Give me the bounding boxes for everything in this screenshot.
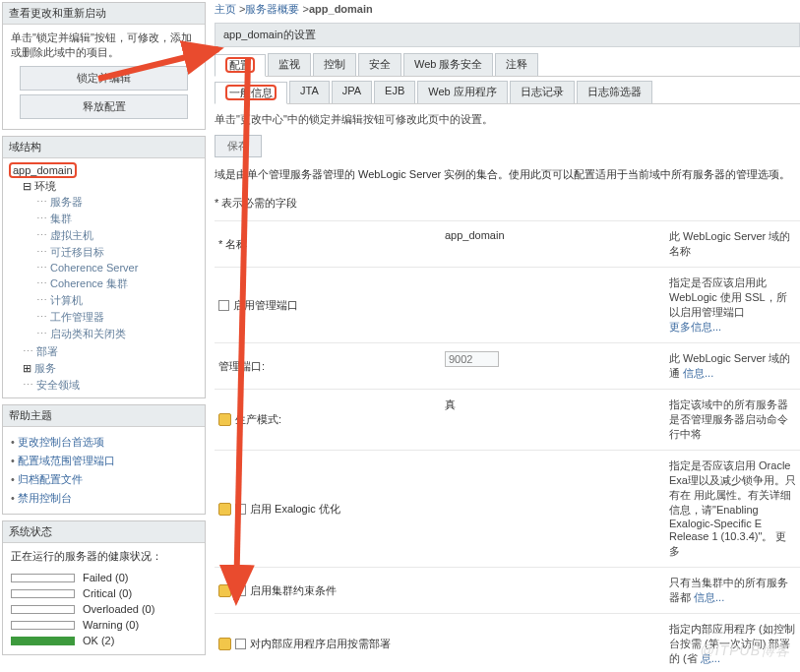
restart-icon <box>218 584 231 597</box>
label-admin-port: 启用管理端口 <box>233 298 298 313</box>
more-cluster[interactable]: 信息... <box>694 591 724 603</box>
hint-port: 此 WebLogic Server 域的通 信息... <box>661 351 796 381</box>
status-bar <box>11 574 75 582</box>
status-row: Warning (0) <box>11 617 197 633</box>
status-row: OK (2) <box>11 633 197 648</box>
domain-structure-panel: 域结构 app_domain ⊟ 环境 服务器集群虚拟主机可迁移目标Cohere… <box>2 136 206 398</box>
tree-deploy[interactable]: 部署 <box>36 345 58 357</box>
checkbox-admin-port[interactable] <box>218 300 229 311</box>
help-link[interactable]: 配置域范围管理端口 <box>11 452 197 470</box>
help-link[interactable]: 归档配置文件 <box>11 470 197 489</box>
domain-root-link[interactable]: app_domain <box>9 162 77 178</box>
domain-structure-title: 域结构 <box>3 137 205 158</box>
hint-admin-port: 指定是否应该启用此 WebLogic 使用 SSL，所以启用管理端口更多信息..… <box>661 275 796 335</box>
help-link[interactable]: 更改控制台首选项 <box>11 433 197 452</box>
tree-item[interactable]: Coherence 集群 <box>50 277 128 289</box>
breadcrumb-current: app_domain <box>309 3 373 15</box>
row-cluster-constraint: 启用集群约束条件 只有当集群中的所有服务器都 信息... <box>215 567 800 613</box>
hint-name: 此 WebLogic Server 域的名称 <box>661 229 796 259</box>
label-demand: 对内部应用程序启用按需部署 <box>250 637 391 651</box>
change-center-note: 单击"锁定并编辑"按钮，可修改，添加或删除此域中的项目。 <box>11 31 197 60</box>
restart-icon <box>218 503 231 516</box>
tab-控制[interactable]: 控制 <box>313 53 356 76</box>
label-cluster: 启用集群约束条件 <box>250 583 337 598</box>
status-label: Critical (0) <box>83 587 132 599</box>
help-topics-title: 帮助主题 <box>3 405 205 427</box>
breadcrumb-mid[interactable]: 服务器概要 <box>245 3 299 15</box>
hint-cluster: 只有当集群中的所有服务器都 信息... <box>661 576 796 605</box>
value-prod: 真 <box>445 397 661 442</box>
tab-注释[interactable]: 注释 <box>495 53 538 76</box>
row-production-mode: 生产模式: 真 指定该域中的所有服务器是否管理服务器启动命令行中将 <box>215 389 800 450</box>
tab-安全[interactable]: 安全 <box>358 53 401 76</box>
label-name: * 名称 <box>218 229 445 259</box>
restart-icon <box>218 638 231 650</box>
label-prod: 生产模式: <box>235 412 281 427</box>
row-exalogic: 启用 Exalogic 优化 指定是否应该启用 Oracle Exa理以及减少锁… <box>215 450 800 567</box>
tab-监视[interactable]: 监视 <box>268 53 311 76</box>
tab-JPA[interactable]: JPA <box>332 81 372 103</box>
breadcrumb: 主页 >服务器概要 >app_domain <box>215 0 800 23</box>
tabs-level1: 配置监视控制安全Web 服务安全注释 <box>215 53 800 77</box>
tree-item[interactable]: 服务器 <box>50 196 83 208</box>
breadcrumb-home[interactable]: 主页 <box>215 3 236 15</box>
status-row: Failed (0) <box>11 570 197 585</box>
status-bar <box>11 621 75 630</box>
tabs-level2: 一般信息JTAJPAEJBWeb 应用程序日志记录日志筛选器 <box>215 81 800 104</box>
tab-日志记录[interactable]: 日志记录 <box>510 81 575 103</box>
tab-JTA[interactable]: JTA <box>289 81 330 103</box>
status-label: Failed (0) <box>83 572 128 583</box>
status-row: Overloaded (0) <box>11 601 197 617</box>
hint-prod: 指定该域中的所有服务器是否管理服务器启动命令行中将 <box>661 397 796 442</box>
status-row: Critical (0) <box>11 585 197 601</box>
settings-title: app_domain的设置 <box>215 23 800 47</box>
tab-日志筛选器[interactable]: 日志筛选器 <box>577 81 652 103</box>
tree-item[interactable]: Coherence Server <box>50 262 138 274</box>
change-center-title: 查看更改和重新启动 <box>3 3 205 25</box>
tree-item[interactable]: 工作管理器 <box>50 311 104 323</box>
tab-Web 应用程序[interactable]: Web 应用程序 <box>417 81 507 103</box>
label-exa: 启用 Exalogic 优化 <box>250 502 340 517</box>
more-admin-port[interactable]: 更多信息... <box>669 321 721 333</box>
system-status-panel: 系统状态 正在运行的服务器的健康状况： Failed (0)Critical (… <box>2 520 206 655</box>
tab-一般信息[interactable]: 一般信息 <box>215 82 287 104</box>
tree-env[interactable]: 环境 <box>34 180 56 192</box>
release-config-button[interactable]: 释放配置 <box>20 94 187 119</box>
tree-services[interactable]: 服务 <box>34 362 56 374</box>
tree-security[interactable]: 安全领域 <box>36 379 80 391</box>
status-bar <box>11 605 75 614</box>
tree-item[interactable]: 启动类和关闭类 <box>50 328 126 339</box>
checkbox-exalogic[interactable] <box>235 504 246 515</box>
save-button-top[interactable]: 保存 <box>215 135 262 157</box>
help-topics-panel: 帮助主题 更改控制台首选项配置域范围管理端口归档配置文件禁用控制台 <box>2 404 206 515</box>
tree-item[interactable]: 集群 <box>50 213 72 224</box>
value-name: app_domain <box>445 229 661 259</box>
change-center-panel: 查看更改和重新启动 单击"锁定并编辑"按钮，可修改，添加或删除此域中的项目。 锁… <box>2 2 206 130</box>
input-admin-port[interactable] <box>445 351 499 367</box>
status-bar <box>11 637 75 645</box>
tab-EJB[interactable]: EJB <box>374 81 415 103</box>
more-port[interactable]: 信息... <box>683 367 713 379</box>
status-label: Warning (0) <box>83 619 139 631</box>
lock-edit-button[interactable]: 锁定并编辑 <box>20 66 187 91</box>
tab-Web 服务安全[interactable]: Web 服务安全 <box>403 53 493 76</box>
checkbox-cluster[interactable] <box>235 585 246 596</box>
row-admin-port-value: 管理端口: 此 WebLogic Server 域的通 信息... <box>215 342 800 389</box>
help-link[interactable]: 禁用控制台 <box>11 489 197 508</box>
status-bar <box>11 589 75 598</box>
tree-item[interactable]: 可迁移目标 <box>50 246 104 258</box>
label-port: 管理端口: <box>218 351 445 381</box>
status-running-label: 正在运行的服务器的健康状况： <box>11 549 197 564</box>
row-name: * 名称 app_domain 此 WebLogic Server 域的名称 <box>215 220 800 267</box>
tree-item[interactable]: 计算机 <box>50 294 83 306</box>
tab-配置[interactable]: 配置 <box>215 54 266 77</box>
tree-item[interactable]: 虚拟主机 <box>50 229 93 241</box>
status-label: OK (2) <box>83 635 114 646</box>
restart-icon <box>218 413 231 426</box>
required-note: * 表示必需的字段 <box>215 192 800 220</box>
checkbox-demand[interactable] <box>235 639 246 649</box>
status-label: Overloaded (0) <box>83 603 154 615</box>
watermark: @ITPUB博客 <box>701 642 790 660</box>
hint-exa: 指定是否应该启用 Oracle Exa理以及减少锁争用。只有在 用此属性。有关详… <box>661 458 796 559</box>
system-status-title: 系统状态 <box>3 521 205 543</box>
